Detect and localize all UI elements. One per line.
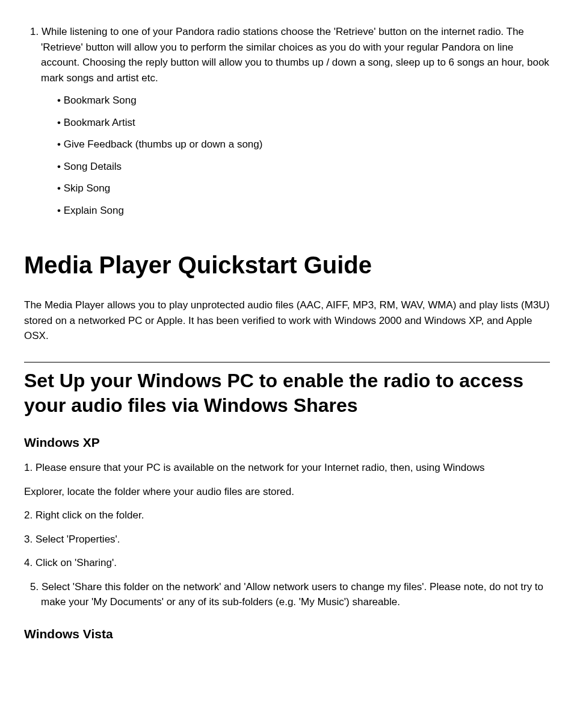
media-player-intro: The Media Player allows you to play unpr… <box>24 297 550 344</box>
list-item: Bookmark Artist <box>57 115 550 131</box>
list-item: Song Details <box>57 159 550 175</box>
xp-step-1b: Explorer, locate the folder where your a… <box>24 484 550 500</box>
divider <box>24 362 550 362</box>
page-title: Media Player Quickstart Guide <box>24 247 550 283</box>
xp-step-2: 2. Right click on the folder. <box>24 508 550 523</box>
section-heading-windows-shares: Set Up your Windows PC to enable the rad… <box>24 369 550 418</box>
list-item: Explain Song <box>57 203 550 219</box>
list-item: Skip Song <box>57 181 550 196</box>
list-item: Bookmark Song <box>57 93 550 108</box>
xp-step-4: 4. Click on 'Sharing'. <box>24 555 550 571</box>
list-item: Give Feedback (thumbs up or down a song) <box>57 137 550 152</box>
subheading-windows-xp: Windows XP <box>24 433 550 452</box>
xp-step-3: 3. Select 'Properties'. <box>24 532 550 547</box>
xp-step-1a: 1. Please ensure that your PC is availab… <box>24 460 550 476</box>
subheading-windows-vista: Windows Vista <box>24 624 550 644</box>
pandora-options-list: Bookmark Song Bookmark Artist Give Feedb… <box>24 93 550 218</box>
pandora-step-1: 1. While listening to one of your Pandor… <box>24 24 550 86</box>
xp-step-5: 5. Select 'Share this folder on the netw… <box>24 579 550 610</box>
